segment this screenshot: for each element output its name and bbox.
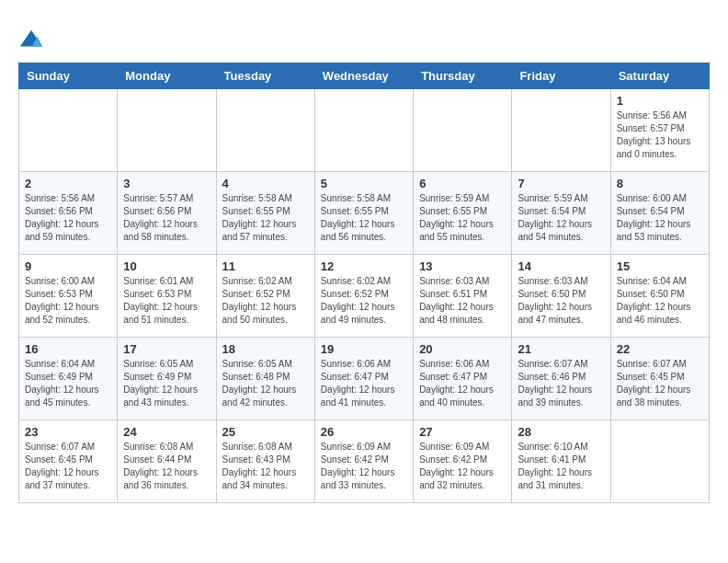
day-info: Sunrise: 5:56 AM Sunset: 6:56 PM Dayligh… xyxy=(25,192,111,244)
day-number: 2 xyxy=(25,177,111,190)
calendar-table: SundayMondayTuesdayWednesdayThursdayFrid… xyxy=(18,63,710,503)
day-info: Sunrise: 6:05 AM Sunset: 6:48 PM Dayligh… xyxy=(222,358,309,409)
weekday-header-friday: Friday xyxy=(512,63,610,89)
calendar-week-row: 16Sunrise: 6:04 AM Sunset: 6:49 PM Dayli… xyxy=(19,338,710,420)
calendar-cell: 17Sunrise: 6:05 AM Sunset: 6:49 PM Dayli… xyxy=(118,338,216,420)
calendar-cell: 6Sunrise: 5:59 AM Sunset: 6:55 PM Daylig… xyxy=(414,172,512,255)
day-number: 16 xyxy=(25,342,111,356)
calendar-cell: 11Sunrise: 6:02 AM Sunset: 6:52 PM Dayli… xyxy=(216,255,314,338)
day-number: 8 xyxy=(617,177,703,190)
day-info: Sunrise: 5:56 AM Sunset: 6:57 PM Dayligh… xyxy=(617,109,703,161)
day-info: Sunrise: 6:08 AM Sunset: 6:43 PM Dayligh… xyxy=(222,441,309,492)
weekday-header-monday: Monday xyxy=(118,63,216,89)
calendar-cell: 19Sunrise: 6:06 AM Sunset: 6:47 PM Dayli… xyxy=(314,338,413,420)
day-info: Sunrise: 6:06 AM Sunset: 6:47 PM Dayligh… xyxy=(321,358,407,409)
logo xyxy=(18,28,46,53)
day-info: Sunrise: 5:57 AM Sunset: 6:56 PM Dayligh… xyxy=(123,192,210,244)
calendar-cell: 27Sunrise: 6:09 AM Sunset: 6:42 PM Dayli… xyxy=(414,420,512,503)
calendar-cell: 8Sunrise: 6:00 AM Sunset: 6:54 PM Daylig… xyxy=(610,172,709,255)
calendar-cell: 16Sunrise: 6:04 AM Sunset: 6:49 PM Dayli… xyxy=(19,338,118,420)
day-number: 28 xyxy=(518,425,604,439)
day-number: 26 xyxy=(321,425,407,439)
calendar-week-row: 9Sunrise: 6:00 AM Sunset: 6:53 PM Daylig… xyxy=(19,255,710,338)
day-info: Sunrise: 6:04 AM Sunset: 6:49 PM Dayligh… xyxy=(25,358,111,409)
calendar-cell: 25Sunrise: 6:08 AM Sunset: 6:43 PM Dayli… xyxy=(216,420,314,503)
day-number: 25 xyxy=(222,425,309,439)
day-info: Sunrise: 6:08 AM Sunset: 6:44 PM Dayligh… xyxy=(123,441,210,492)
day-info: Sunrise: 6:10 AM Sunset: 6:41 PM Dayligh… xyxy=(518,441,604,492)
calendar-cell: 20Sunrise: 6:06 AM Sunset: 6:47 PM Dayli… xyxy=(414,338,512,420)
calendar-week-row: 23Sunrise: 6:07 AM Sunset: 6:45 PM Dayli… xyxy=(19,420,710,503)
calendar-header-row: SundayMondayTuesdayWednesdayThursdayFrid… xyxy=(19,63,710,89)
day-info: Sunrise: 6:03 AM Sunset: 6:50 PM Dayligh… xyxy=(518,275,604,327)
calendar-cell xyxy=(118,89,216,172)
day-number: 1 xyxy=(617,94,703,108)
day-info: Sunrise: 6:07 AM Sunset: 6:45 PM Dayligh… xyxy=(25,441,111,492)
calendar-cell: 18Sunrise: 6:05 AM Sunset: 6:48 PM Dayli… xyxy=(216,338,314,420)
day-info: Sunrise: 6:09 AM Sunset: 6:42 PM Dayligh… xyxy=(321,441,407,492)
day-number: 22 xyxy=(617,342,703,356)
calendar-cell: 23Sunrise: 6:07 AM Sunset: 6:45 PM Dayli… xyxy=(19,420,118,503)
day-info: Sunrise: 6:03 AM Sunset: 6:51 PM Dayligh… xyxy=(419,275,506,327)
calendar-cell xyxy=(314,89,413,172)
day-number: 20 xyxy=(419,342,506,356)
calendar-cell xyxy=(414,89,512,172)
day-number: 12 xyxy=(321,259,407,273)
day-info: Sunrise: 6:06 AM Sunset: 6:47 PM Dayligh… xyxy=(419,358,506,409)
day-number: 23 xyxy=(25,425,111,439)
day-info: Sunrise: 6:01 AM Sunset: 6:53 PM Dayligh… xyxy=(123,275,210,327)
day-number: 9 xyxy=(25,259,111,273)
calendar-cell: 7Sunrise: 5:59 AM Sunset: 6:54 PM Daylig… xyxy=(512,172,610,255)
weekday-header-saturday: Saturday xyxy=(610,63,709,89)
day-number: 27 xyxy=(419,425,506,439)
calendar-cell: 24Sunrise: 6:08 AM Sunset: 6:44 PM Dayli… xyxy=(118,420,216,503)
calendar-cell: 26Sunrise: 6:09 AM Sunset: 6:42 PM Dayli… xyxy=(314,420,413,503)
day-info: Sunrise: 5:59 AM Sunset: 6:54 PM Dayligh… xyxy=(518,192,604,244)
logo-icon xyxy=(18,28,44,53)
day-number: 5 xyxy=(321,177,407,190)
calendar-cell: 4Sunrise: 5:58 AM Sunset: 6:55 PM Daylig… xyxy=(216,172,314,255)
calendar-cell: 1Sunrise: 5:56 AM Sunset: 6:57 PM Daylig… xyxy=(610,89,709,172)
calendar-cell: 12Sunrise: 6:02 AM Sunset: 6:52 PM Dayli… xyxy=(314,255,413,338)
calendar-cell: 14Sunrise: 6:03 AM Sunset: 6:50 PM Dayli… xyxy=(512,255,610,338)
day-info: Sunrise: 5:58 AM Sunset: 6:55 PM Dayligh… xyxy=(222,192,309,244)
day-info: Sunrise: 5:58 AM Sunset: 6:55 PM Dayligh… xyxy=(321,192,407,244)
calendar-cell: 9Sunrise: 6:00 AM Sunset: 6:53 PM Daylig… xyxy=(19,255,118,338)
day-number: 4 xyxy=(222,177,309,190)
day-number: 19 xyxy=(321,342,407,356)
day-info: Sunrise: 6:04 AM Sunset: 6:50 PM Dayligh… xyxy=(617,275,703,327)
day-info: Sunrise: 6:02 AM Sunset: 6:52 PM Dayligh… xyxy=(321,275,407,327)
day-info: Sunrise: 6:07 AM Sunset: 6:45 PM Dayligh… xyxy=(617,358,703,409)
calendar-cell: 28Sunrise: 6:10 AM Sunset: 6:41 PM Dayli… xyxy=(512,420,610,503)
day-number: 18 xyxy=(222,342,309,356)
page-header xyxy=(18,18,710,53)
day-info: Sunrise: 5:59 AM Sunset: 6:55 PM Dayligh… xyxy=(419,192,506,244)
calendar-cell xyxy=(610,420,709,503)
day-number: 10 xyxy=(123,259,210,273)
day-number: 11 xyxy=(222,259,309,273)
calendar-cell: 22Sunrise: 6:07 AM Sunset: 6:45 PM Dayli… xyxy=(610,338,709,420)
weekday-header-wednesday: Wednesday xyxy=(314,63,413,89)
calendar-cell xyxy=(216,89,314,172)
calendar-cell: 21Sunrise: 6:07 AM Sunset: 6:46 PM Dayli… xyxy=(512,338,610,420)
day-info: Sunrise: 6:05 AM Sunset: 6:49 PM Dayligh… xyxy=(123,358,210,409)
day-number: 21 xyxy=(518,342,604,356)
weekday-header-sunday: Sunday xyxy=(19,63,118,89)
day-info: Sunrise: 6:09 AM Sunset: 6:42 PM Dayligh… xyxy=(419,441,506,492)
calendar-cell: 5Sunrise: 5:58 AM Sunset: 6:55 PM Daylig… xyxy=(314,172,413,255)
day-number: 14 xyxy=(518,259,604,273)
weekday-header-thursday: Thursday xyxy=(414,63,512,89)
day-info: Sunrise: 6:00 AM Sunset: 6:53 PM Dayligh… xyxy=(25,275,111,327)
calendar-cell: 13Sunrise: 6:03 AM Sunset: 6:51 PM Dayli… xyxy=(414,255,512,338)
day-number: 17 xyxy=(123,342,210,356)
weekday-header-tuesday: Tuesday xyxy=(216,63,314,89)
day-info: Sunrise: 6:02 AM Sunset: 6:52 PM Dayligh… xyxy=(222,275,309,327)
day-number: 15 xyxy=(617,259,703,273)
calendar-cell: 10Sunrise: 6:01 AM Sunset: 6:53 PM Dayli… xyxy=(118,255,216,338)
day-number: 6 xyxy=(419,177,506,190)
calendar-week-row: 1Sunrise: 5:56 AM Sunset: 6:57 PM Daylig… xyxy=(19,89,710,172)
calendar-week-row: 2Sunrise: 5:56 AM Sunset: 6:56 PM Daylig… xyxy=(19,172,710,255)
calendar-cell xyxy=(512,89,610,172)
calendar-cell: 2Sunrise: 5:56 AM Sunset: 6:56 PM Daylig… xyxy=(19,172,118,255)
calendar-cell xyxy=(19,89,118,172)
